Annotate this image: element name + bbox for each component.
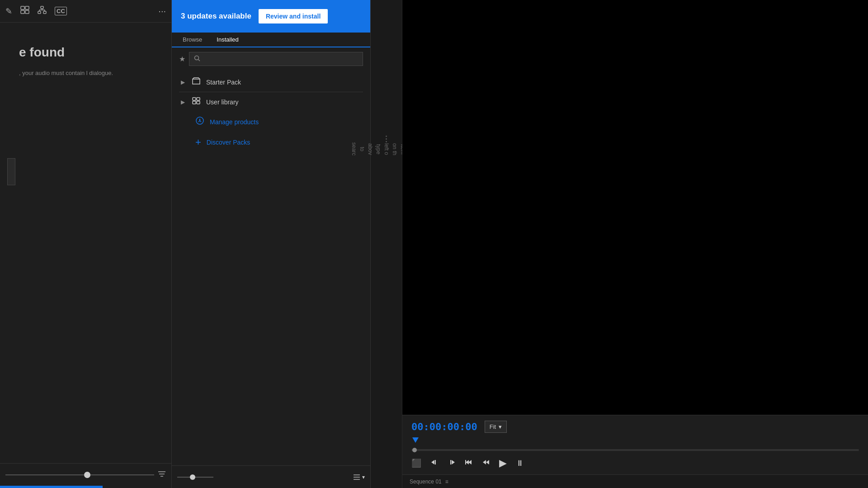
drag-handle — [386, 136, 387, 142]
svg-rect-5 — [38, 11, 41, 14]
search-icon — [194, 55, 200, 63]
zoom-track[interactable] — [5, 474, 154, 475]
search-input[interactable] — [203, 56, 358, 62]
fit-dropdown[interactable]: Fit ▾ — [485, 421, 507, 433]
mid-zoom-track[interactable] — [177, 477, 213, 478]
svg-line-15 — [198, 60, 200, 61]
tab-bar: Browse Installed — [172, 33, 370, 47]
more-icon[interactable]: ··· — [158, 6, 166, 16]
discover-packs-label: Discover Packs — [207, 139, 250, 146]
play-button[interactable]: ▶ — [499, 457, 507, 469]
search-bar-container: ★ — [172, 47, 370, 70]
starter-expand-arrow: ▶ — [181, 79, 186, 85]
svg-marker-32 — [486, 460, 489, 465]
left-toolbar: ✎ CC — [0, 0, 171, 23]
user-library-icon — [192, 97, 201, 107]
step-back-button[interactable] — [482, 458, 490, 469]
no-results-heading: e found — [19, 45, 164, 60]
filter-icon[interactable] — [158, 470, 166, 479]
manage-products-icon — [195, 116, 204, 127]
no-results-description: , your audio must contain l dialogue. — [19, 69, 164, 78]
playhead-row — [411, 437, 859, 446]
discover-packs-item[interactable]: + Discover Packs — [172, 132, 370, 153]
middle-bottom-bar: ▾ — [172, 465, 370, 488]
svg-marker-28 — [466, 460, 469, 465]
updates-text: 3 updates available — [181, 12, 251, 21]
no-results-box — [7, 158, 15, 185]
mark-out-button[interactable]: ⬛ — [411, 458, 421, 468]
svg-rect-4 — [41, 6, 43, 9]
svg-marker-24 — [431, 460, 434, 465]
go-to-start-button[interactable] — [465, 458, 473, 469]
timecode-row: 00:00:00:00 Fit ▾ — [411, 421, 859, 433]
svg-marker-26 — [452, 460, 455, 465]
library-list: ▶ Starter Pack ▶ — [172, 70, 370, 465]
playhead-triangle — [412, 437, 419, 443]
zoom-knob[interactable] — [84, 472, 90, 478]
discover-packs-icon: + — [195, 136, 201, 148]
svg-rect-16 — [193, 98, 196, 100]
tab-installed[interactable]: Installed — [209, 33, 245, 47]
fit-label: Fit — [490, 423, 496, 430]
left-content: e found , your audio must contain l dial… — [0, 23, 171, 463]
list-view-chevron: ▾ — [362, 474, 365, 480]
svg-rect-27 — [450, 460, 451, 465]
manage-products-label: Manage products — [210, 118, 259, 126]
starter-pack-item[interactable]: ▶ Starter Pack — [172, 72, 370, 92]
bottom-blue-bar — [0, 486, 103, 488]
sequence-icon: ≡ — [445, 479, 448, 485]
user-library-label: User library — [206, 99, 239, 106]
controls-row: ⬛ — [411, 455, 859, 471]
cc-icon[interactable]: CC — [55, 7, 67, 15]
pencil-icon[interactable]: ✎ — [5, 6, 12, 16]
timeline-dot — [412, 448, 417, 452]
svg-rect-19 — [197, 101, 200, 104]
video-area — [402, 0, 868, 415]
sequence-label: Sequence 01 — [410, 479, 442, 485]
starter-pack-icon — [192, 77, 201, 87]
pause-button[interactable]: ⏸ — [516, 459, 524, 468]
left-bottom-bar — [0, 463, 171, 486]
app-container: ✎ CC — [0, 0, 868, 488]
svg-point-14 — [195, 56, 199, 60]
svg-rect-6 — [43, 11, 46, 14]
review-install-button[interactable]: Review and install — [259, 9, 328, 23]
step-in-button[interactable] — [430, 458, 439, 469]
search-input-wrap — [189, 52, 363, 66]
svg-marker-29 — [468, 460, 472, 465]
bottom-sequence-bar: Sequence 01 ≡ — [402, 474, 868, 488]
hint-panel: Selecanitemon thleft otypeabovtosearc — [371, 0, 402, 488]
svg-rect-18 — [193, 101, 196, 104]
preview-panel: 00:00:00:00 Fit ▾ ⬛ — [402, 0, 868, 488]
svg-rect-30 — [465, 460, 466, 465]
svg-rect-0 — [21, 6, 24, 9]
svg-rect-25 — [435, 460, 436, 465]
updates-banner: 3 updates available Review and install — [172, 0, 370, 33]
svg-rect-2 — [21, 10, 24, 14]
user-library-item[interactable]: ▶ User library — [172, 92, 370, 112]
left-panel: ✎ CC — [0, 0, 172, 488]
hierarchy-icon[interactable] — [38, 6, 47, 16]
star-button[interactable]: ★ — [179, 55, 185, 63]
starter-pack-label: Starter Pack — [206, 79, 241, 86]
step-out-button[interactable] — [448, 458, 456, 469]
svg-rect-1 — [25, 6, 29, 9]
group-icon[interactable] — [20, 6, 29, 16]
tab-browse[interactable]: Browse — [175, 33, 209, 47]
mid-zoom-knob[interactable] — [190, 474, 195, 480]
timeline-track[interactable] — [411, 449, 859, 451]
fit-chevron-icon: ▾ — [499, 423, 502, 430]
svg-marker-31 — [483, 460, 486, 465]
svg-rect-3 — [25, 10, 29, 14]
list-view-button[interactable]: ▾ — [353, 474, 365, 480]
user-library-expand-arrow: ▶ — [181, 99, 186, 105]
timecode-display: 00:00:00:00 — [411, 421, 477, 432]
transport-bar: 00:00:00:00 Fit ▾ ⬛ — [402, 415, 868, 474]
svg-rect-17 — [197, 98, 200, 100]
manage-products-item[interactable]: Manage products — [172, 112, 370, 132]
middle-panel: 3 updates available Review and install B… — [172, 0, 371, 488]
